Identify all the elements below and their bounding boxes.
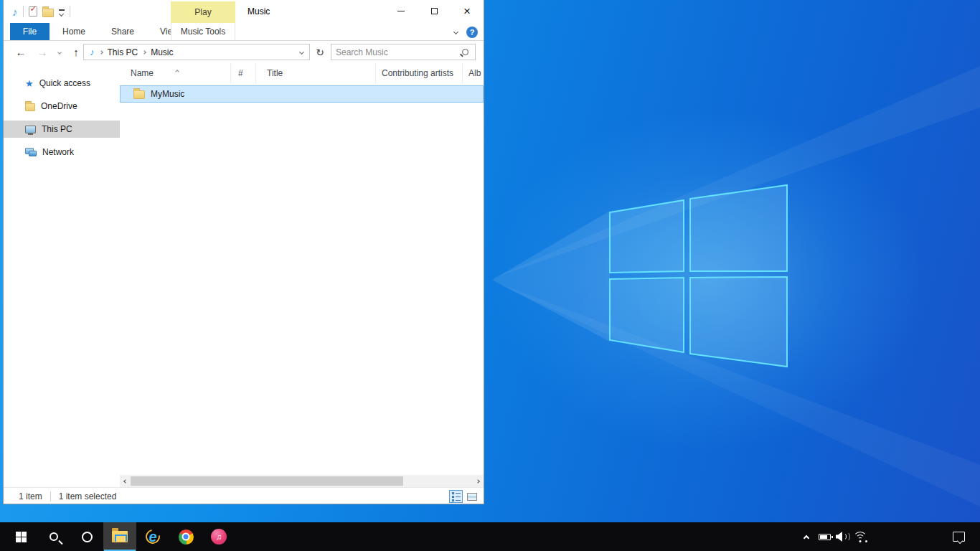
quick-access-toolbar: ♪ ✓ [12, 0, 70, 23]
toolbar-separator [70, 6, 70, 17]
start-button[interactable] [4, 522, 37, 551]
minimize-icon [397, 11, 405, 11]
minimize-button[interactable] [385, 0, 418, 22]
close-icon: × [463, 4, 471, 19]
itunes-icon: ♫ [211, 529, 227, 545]
address-bar[interactable]: ♪ This PC Music [83, 44, 310, 60]
close-button[interactable]: × [451, 0, 484, 22]
search-icon [50, 532, 58, 541]
this-pc-monitor-icon [25, 126, 36, 133]
file-explorer-icon [112, 531, 128, 542]
details-view-button[interactable] [449, 490, 463, 503]
taskbar: e ♫ [0, 522, 980, 551]
sidebar-item-label: OneDrive [41, 101, 77, 111]
taskbar-search-button[interactable] [37, 522, 70, 551]
column-header-title[interactable]: Title [256, 63, 376, 83]
large-icons-view-icon [467, 493, 477, 501]
up-button[interactable]: ↑ [68, 41, 84, 63]
column-header-number[interactable]: # [231, 63, 256, 83]
column-label: Alb [468, 68, 481, 78]
chrome-icon [179, 529, 194, 545]
taskbar-chrome-button[interactable] [169, 522, 202, 551]
navigation-bar: ← → ↑ ♪ This PC Music ↻ [4, 41, 484, 63]
sidebar-item-onedrive[interactable]: OneDrive [4, 98, 120, 115]
address-dropdown-icon[interactable] [299, 50, 304, 55]
column-label: Title [267, 68, 283, 78]
file-name: MyMusic [151, 89, 184, 99]
onedrive-folder-icon [25, 103, 35, 111]
properties-icon[interactable]: ✓ [29, 6, 37, 17]
cortana-icon [82, 532, 93, 542]
breadcrumb-this-pc[interactable]: This PC [108, 47, 138, 57]
column-header-contributing-artists[interactable]: Contributing artists [376, 63, 463, 83]
help-icon[interactable]: ? [466, 27, 478, 38]
column-label: # [238, 68, 243, 78]
maximize-button[interactable] [418, 0, 451, 22]
breadcrumb-chevron-icon [99, 50, 103, 55]
taskbar-itunes-button[interactable]: ♫ [202, 522, 235, 551]
window-title: Music [248, 0, 270, 23]
sidebar-item-quick-access[interactable]: ★ Quick access [4, 75, 120, 92]
file-list: Name # Title Contributing artists Alb My… [120, 63, 484, 487]
tab-file[interactable]: File [10, 23, 50, 40]
sidebar-item-label: This PC [42, 124, 72, 134]
sort-ascending-icon [176, 65, 179, 75]
toolbar-separator [23, 6, 24, 17]
speaker-icon[interactable] [836, 532, 847, 542]
sidebar-item-this-pc[interactable]: This PC [4, 121, 120, 138]
column-label: Contributing artists [382, 68, 453, 78]
forward-button[interactable]: → [34, 41, 51, 63]
recent-locations-icon[interactable] [54, 41, 65, 63]
search-input[interactable] [336, 47, 462, 57]
tab-home[interactable]: Home [50, 23, 98, 40]
horizontal-scrollbar[interactable] [120, 475, 484, 487]
quick-access-star-icon: ★ [25, 79, 34, 88]
back-button[interactable]: ← [12, 41, 29, 63]
scroll-left-icon[interactable] [120, 475, 131, 487]
windows-start-icon [16, 532, 27, 542]
maximize-icon [431, 8, 438, 14]
sidebar-item-label: Quick access [39, 78, 90, 88]
sidebar-item-network[interactable]: Network [4, 143, 120, 161]
column-header-album[interactable]: Alb [463, 63, 484, 83]
taskbar-file-explorer-button[interactable] [103, 522, 136, 551]
status-divider [50, 491, 51, 501]
refresh-button[interactable]: ↻ [312, 44, 328, 60]
taskbar-internet-explorer-button[interactable]: e [136, 522, 169, 551]
breadcrumb-chevron-icon [142, 50, 146, 55]
tab-music-tools[interactable]: Music Tools [171, 23, 235, 40]
battery-icon[interactable] [819, 534, 831, 540]
cortana-button[interactable] [70, 522, 103, 551]
file-row-mymusic[interactable]: MyMusic [120, 85, 484, 103]
search-box[interactable] [331, 44, 476, 60]
scroll-right-icon[interactable] [472, 475, 484, 487]
folder-icon [133, 90, 145, 99]
item-count: 1 item [19, 491, 42, 501]
breadcrumb-music[interactable]: Music [151, 47, 173, 57]
search-icon[interactable] [462, 49, 468, 55]
navigation-pane: ★ Quick access OneDrive This PC Network [4, 63, 120, 487]
action-center-icon[interactable] [953, 532, 965, 542]
details-view-icon [452, 492, 461, 501]
scrollbar-thumb[interactable] [131, 476, 403, 486]
column-headers: Name # Title Contributing artists Alb [120, 63, 484, 83]
music-note-icon: ♪ [90, 47, 95, 57]
new-folder-icon[interactable] [42, 9, 54, 17]
main-area: ★ Quick access OneDrive This PC Network … [4, 63, 484, 487]
wifi-icon[interactable] [853, 532, 867, 542]
large-icons-view-button[interactable] [465, 490, 479, 503]
expand-ribbon-icon[interactable] [453, 29, 458, 34]
column-label: Name [131, 68, 154, 78]
column-header-name[interactable]: Name [120, 63, 231, 83]
status-bar: 1 item 1 item selected [4, 487, 484, 504]
title-bar[interactable]: ♪ ✓ Play Music × [4, 0, 484, 23]
selection-count: 1 item selected [59, 491, 117, 501]
contextual-tab-play[interactable]: Play [171, 1, 235, 23]
tab-share[interactable]: Share [98, 23, 147, 40]
file-explorer-window: ♪ ✓ Play Music × File Home Share View Mu… [3, 0, 484, 504]
caption-buttons: × [385, 0, 484, 22]
music-note-window-icon: ♪ [12, 6, 18, 17]
ribbon-tab-row: File Home Share View Music Tools ? [4, 23, 484, 41]
customize-toolbar-icon[interactable] [59, 9, 65, 16]
show-hidden-icons-chevron[interactable] [804, 530, 809, 543]
